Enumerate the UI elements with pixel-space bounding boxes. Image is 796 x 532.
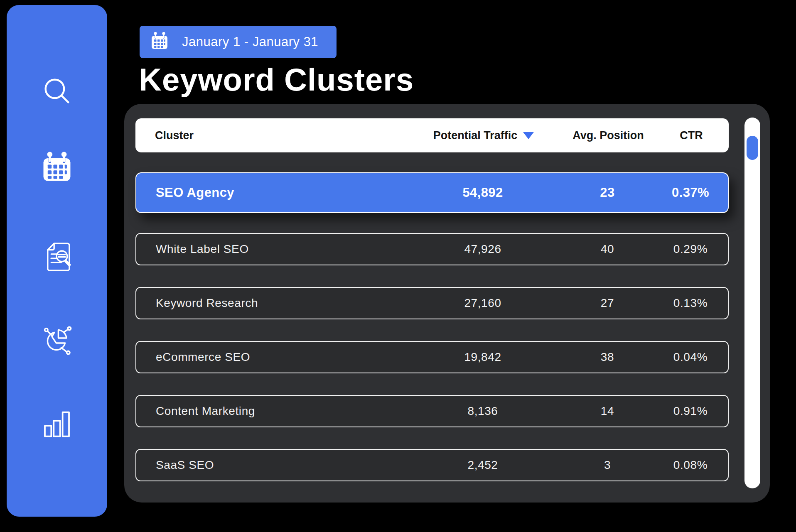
cell-cluster: SEO Agency	[156, 185, 408, 200]
calendar-icon	[150, 32, 170, 53]
keyword-clusters-panel: Cluster Potential Traffic Avg. Position …	[124, 104, 770, 503]
table-row[interactable]: eCommerce SEO 19,842 38 0.04%	[135, 341, 729, 373]
cell-ctr: 0.04%	[657, 351, 724, 364]
cell-cluster: White Label SEO	[156, 243, 408, 256]
column-header-potential-traffic[interactable]: Potential Traffic	[409, 129, 558, 142]
calendar-icon	[40, 151, 74, 185]
cell-avg-position: 38	[558, 351, 657, 364]
cluster-table-body: SEO Agency 54,892 23 0.37% White Label S…	[135, 172, 729, 503]
table-row[interactable]: Content Marketing 8,136 14 0.91%	[135, 395, 729, 427]
cell-ctr: 0.37%	[657, 185, 724, 200]
cell-cluster: Content Marketing	[156, 405, 408, 418]
column-header-avg-position[interactable]: Avg. Position	[558, 129, 658, 142]
cell-potential-traffic: 47,926	[408, 243, 558, 256]
table-row[interactable]: Keyword Research 27,160 27 0.13%	[135, 287, 729, 319]
cell-potential-traffic: 19,842	[408, 351, 558, 364]
cell-ctr: 0.91%	[657, 405, 724, 418]
sort-descending-icon[interactable]	[523, 132, 534, 139]
cell-ctr: 0.29%	[657, 243, 724, 256]
table-header-row: Cluster Potential Traffic Avg. Position …	[135, 118, 729, 152]
cell-ctr: 0.13%	[657, 297, 724, 310]
cell-cluster: eCommerce SEO	[156, 351, 408, 364]
report-search-icon	[40, 239, 74, 273]
date-range-button[interactable]: January 1 - January 31	[140, 26, 337, 58]
sidebar-item-calendar[interactable]	[39, 150, 75, 186]
sidebar	[7, 5, 107, 517]
search-icon	[40, 74, 74, 108]
cell-potential-traffic: 8,136	[408, 405, 558, 418]
column-header-cluster[interactable]: Cluster	[155, 129, 409, 142]
table-row[interactable]: White Label SEO 47,926 40 0.29%	[135, 233, 729, 265]
cell-avg-position: 40	[558, 243, 657, 256]
scrollbar-track[interactable]	[744, 118, 760, 488]
sidebar-item-analytics-pie[interactable]	[39, 322, 75, 359]
table-row[interactable]: SaaS SEO 2,452 3 0.08%	[135, 449, 729, 481]
page-title: Keyword Clusters	[139, 61, 414, 98]
bar-chart-icon	[40, 407, 74, 441]
cell-potential-traffic: 27,160	[408, 297, 558, 310]
table-row[interactable]: SEO Agency 54,892 23 0.37%	[135, 172, 729, 213]
cell-avg-position: 14	[558, 405, 657, 418]
date-range-label: January 1 - January 31	[182, 34, 318, 49]
cell-avg-position: 3	[558, 458, 657, 472]
cell-avg-position: 27	[558, 297, 657, 310]
cell-ctr: 0.08%	[657, 458, 724, 472]
column-header-ctr[interactable]: CTR	[658, 129, 725, 142]
scrollbar-thumb[interactable]	[747, 136, 758, 160]
cell-potential-traffic: 54,892	[408, 185, 558, 200]
cell-avg-position: 23	[558, 185, 657, 200]
sidebar-item-search[interactable]	[39, 73, 75, 109]
cell-cluster: SaaS SEO	[156, 458, 408, 472]
cell-potential-traffic: 2,452	[408, 458, 558, 472]
sidebar-item-report-audit[interactable]	[39, 238, 75, 275]
pie-chart-icon	[40, 324, 74, 358]
sidebar-item-bar-chart[interactable]	[39, 405, 75, 442]
cell-cluster: Keyword Research	[156, 297, 408, 310]
